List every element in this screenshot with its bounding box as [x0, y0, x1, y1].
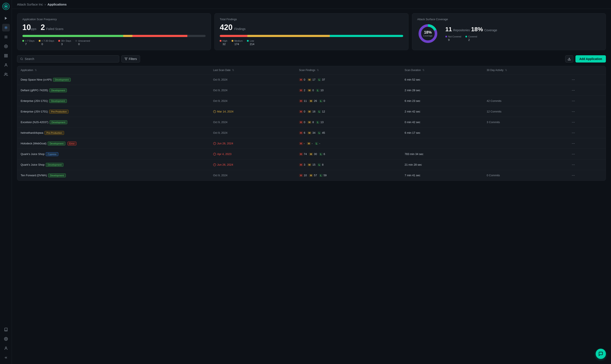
table-row[interactable]: Enterprise (JSV-1701)Development Oct 9, …	[17, 96, 606, 106]
env-badge: Development	[49, 99, 67, 103]
add-application-button[interactable]: Add Application	[575, 55, 606, 63]
table-row[interactable]: Holodeck (WebGoat)Development Error Jun …	[17, 138, 606, 149]
sidebar-layers-icon[interactable]	[2, 24, 10, 31]
medium-badge: M -	[307, 142, 313, 145]
col-scan-findings[interactable]: Scan Findings ⇅	[296, 66, 401, 74]
duration-cell: 2 min 42 sec	[401, 106, 483, 117]
medium-badge: M 8	[307, 120, 314, 124]
search-input[interactable]	[25, 57, 116, 61]
more-button[interactable]: ···	[570, 130, 576, 135]
download-button[interactable]	[565, 55, 573, 63]
more-button[interactable]: ···	[570, 151, 576, 157]
date-cell: Oct 9, 2024	[210, 74, 296, 85]
coverage-content: 18% Coverage 11 Repositories 18% Coverag…	[417, 23, 601, 44]
table-row[interactable]: Defiant (gRPC-74205)Development Oct 9, 2…	[17, 85, 606, 96]
findings-cell: H 74 M 30 L 6	[296, 149, 401, 159]
more-button[interactable]: ···	[570, 77, 576, 82]
failed-label: Failed Scans	[46, 27, 63, 31]
legend-dot-medium	[232, 40, 233, 42]
header: Attack Surface Inc › Applications	[12, 0, 611, 9]
stats-row: Application Scan Frequency 10 Apps 2 Fai…	[17, 13, 606, 50]
chat-button[interactable]	[596, 349, 606, 359]
sidebar-team-icon[interactable]	[2, 71, 10, 78]
duration-cell: 6 min 52 sec	[401, 74, 483, 85]
more-cell: ···	[567, 128, 606, 138]
duration-cell: 783 min 34 sec	[401, 149, 483, 159]
more-button[interactable]: ···	[570, 109, 576, 114]
legend-7days: < 7 Days 7	[22, 39, 34, 46]
bar-seg-red	[132, 35, 187, 37]
more-button[interactable]: ···	[570, 173, 576, 178]
more-button[interactable]: ···	[570, 141, 576, 146]
donut-chart: 18% Coverage	[417, 23, 439, 44]
sidebar-play-icon[interactable]	[2, 14, 10, 22]
duration-cell: 6 min 17 sec	[401, 128, 483, 138]
table-row[interactable]: Enterprise (JSV-1701)Pre-Production Mar …	[17, 106, 606, 117]
legend-low: Low 214	[247, 39, 254, 46]
svg-point-8	[4, 45, 7, 48]
svg-line-22	[22, 60, 23, 60]
col-application[interactable]: Application ⇅	[17, 66, 210, 74]
table-row[interactable]: Ten Forward (DVWA)Development Oct 9, 202…	[17, 170, 606, 181]
low-badge: L 10	[316, 89, 323, 92]
coverage-repos-row: 11 Repositories 18% Coverage	[445, 26, 497, 33]
sidebar-avatar[interactable]	[2, 344, 10, 352]
duration-cell	[401, 138, 483, 149]
low-badge: L 0	[319, 99, 325, 103]
sidebar-collapse-icon[interactable]	[2, 354, 10, 362]
svg-rect-12	[4, 56, 6, 57]
findings-legend: High 32 Medium 174 Low	[220, 39, 403, 46]
donut-label: Coverage	[423, 35, 432, 37]
sidebar-menu-icon[interactable]	[2, 33, 10, 41]
date-cell: Apr 4, 2023	[210, 149, 296, 159]
env-badge: Development	[46, 163, 63, 167]
more-button[interactable]: ···	[570, 119, 576, 125]
activity-cell	[483, 128, 567, 138]
logo[interactable]	[2, 2, 10, 10]
cov-dot-purple	[445, 36, 447, 38]
col-actions	[567, 66, 606, 74]
cov-not-covered: Not Covered 9	[445, 35, 461, 41]
more-button[interactable]: ···	[570, 98, 576, 104]
sidebar-target-icon[interactable]	[2, 42, 10, 50]
findings-cell: H 10 M 57 L 59	[296, 170, 401, 181]
more-cell: ···	[567, 170, 606, 181]
more-button[interactable]: ···	[570, 88, 576, 93]
table-row[interactable]: Quark's Juice ShopDevelopment Jun 26, 20…	[17, 159, 606, 170]
bar-seg-yellow	[123, 35, 132, 37]
table-row[interactable]: helmethard/dvpwaPre-Production Oct 9, 20…	[17, 128, 606, 138]
more-cell: ···	[567, 159, 606, 170]
table-row[interactable]: Quark's Juice ShopCypress Apr 4, 2023 H …	[17, 149, 606, 159]
medium-badge: M 57	[309, 174, 317, 177]
sidebar-users-icon[interactable]	[2, 61, 10, 69]
high-badge: H 2	[299, 89, 305, 92]
table-row[interactable]: Excelsior (NJS-42037)Development Oct 9, …	[17, 117, 606, 128]
low-badge: L 8	[318, 163, 324, 166]
svg-point-16	[5, 338, 6, 339]
svg-point-21	[21, 58, 23, 60]
more-button[interactable]: ···	[570, 162, 576, 167]
medium-badge: M 30	[309, 153, 317, 156]
sidebar-book-icon[interactable]	[2, 326, 10, 333]
filters-button[interactable]: Filters	[121, 55, 140, 63]
col-last-scan-date[interactable]: Last Scan Date ⇅	[210, 66, 296, 74]
sidebar-grid-icon[interactable]	[2, 52, 10, 60]
medium-badge: M 34	[307, 131, 316, 134]
org-name[interactable]: Attack Surface Inc	[17, 2, 43, 6]
findings-cell: H 0 M 8 L 13	[296, 117, 401, 128]
table-row[interactable]: Deep Space Nine (crAPI)Development Oct 9…	[17, 74, 606, 85]
col-30day-activity[interactable]: 30 Day Activity ⇅	[483, 66, 567, 74]
svg-point-1	[5, 6, 7, 7]
env-badge: Development	[48, 142, 65, 145]
search-bar[interactable]	[17, 55, 119, 63]
col-scan-duration[interactable]: Scan Duration ⇅	[401, 66, 483, 74]
legend-dot-yellow	[39, 40, 41, 42]
findings-cell: H 0 M 16 L 12	[296, 106, 401, 117]
medium-badge: M 17	[307, 78, 316, 81]
svg-rect-10	[4, 54, 6, 55]
repos-label: Repositories	[453, 28, 470, 32]
repos-count: 11	[445, 26, 452, 33]
sidebar-settings-icon[interactable]	[2, 335, 10, 343]
high-badge: H 0	[299, 120, 305, 124]
duration-cell: 2 min 28 sec	[401, 85, 483, 96]
